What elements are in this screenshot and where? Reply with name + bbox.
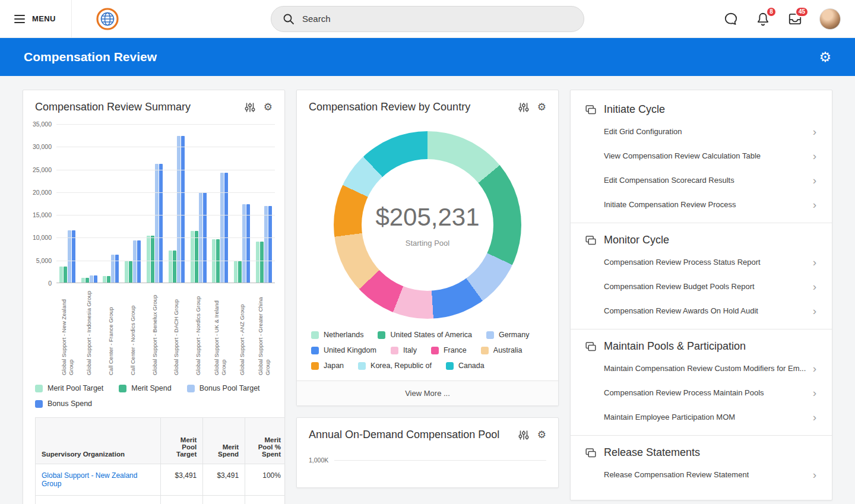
table-header-cell: Merit Pool % Spent [245, 418, 284, 464]
y-axis-tick-label: 25,000 [33, 166, 52, 173]
menu-label: MENU [32, 14, 56, 23]
bar-bonus-spend[interactable] [159, 164, 163, 283]
task-link[interactable]: Edit Grid Configuration› [585, 119, 818, 144]
bar-bonus-pool-target[interactable] [155, 164, 159, 283]
notifications-button[interactable]: 8 [755, 11, 771, 27]
task-link[interactable]: Compensation Review Process Maintain Poo… [585, 381, 818, 405]
global-search[interactable] [271, 6, 584, 32]
task-label: Compensation Review Process Maintain Poo… [604, 388, 764, 397]
task-link[interactable]: Release Compensation Review Statement› [585, 462, 818, 487]
legend-swatch [311, 347, 319, 354]
table-cell: 100% [245, 464, 284, 496]
bar-merit-spend[interactable] [86, 278, 89, 283]
bar-merit-spend[interactable] [173, 251, 176, 283]
bar-merit-spend[interactable] [260, 242, 264, 283]
bar-bonus-pool-target[interactable] [133, 240, 137, 283]
bar-bonus-pool-target[interactable] [264, 206, 268, 283]
legend-swatch [311, 331, 319, 339]
task-section-header: Release Statements [585, 446, 818, 459]
bar-merit-pool-target[interactable] [169, 251, 172, 283]
x-axis-category-label: Global Support - UK & Ireland Group [210, 283, 232, 376]
legend-item: Germany [486, 331, 529, 339]
legend-label: Netherlands [324, 331, 363, 339]
bar-merit-spend[interactable] [129, 261, 132, 283]
task-link[interactable]: Edit Compensation Scorecard Results› [585, 168, 818, 192]
bar-bonus-pool-target[interactable] [90, 275, 93, 283]
bar-merit-pool-target[interactable] [125, 261, 128, 283]
task-section-title: Maintain Pools & Participation [604, 340, 746, 353]
bar-merit-pool-target[interactable] [234, 261, 238, 283]
summary-table: Supervisory OrganizationMerit Pool Targe… [35, 417, 284, 504]
table-cell-org: Global Support - New Zealand Group [36, 464, 161, 496]
task-link[interactable]: Maintain Employee Participation MOM› [585, 405, 818, 429]
task-link[interactable]: Compensation Review Awards On Hold Audit… [585, 299, 818, 323]
y-axis-tick-label: 20,000 [33, 189, 52, 196]
search-icon [282, 12, 295, 26]
legend-item: Bonus Spend [35, 400, 92, 408]
task-link[interactable]: View Compensation Review Calculation Tab… [585, 144, 818, 168]
profile-avatar[interactable] [819, 8, 841, 30]
bar-merit-pool-target[interactable] [147, 236, 150, 283]
divider [71, 0, 72, 38]
card-gear-icon[interactable]: ⚙ [537, 102, 546, 112]
bar-merit-spend[interactable] [151, 236, 154, 283]
bar-bonus-spend[interactable] [268, 206, 272, 283]
bar-bonus-spend[interactable] [137, 240, 141, 283]
legend-label: Australia [493, 346, 522, 354]
legend-item: United States of America [378, 331, 472, 339]
task-link[interactable]: Compensation Review Process Status Repor… [585, 250, 818, 274]
bar-merit-pool-target[interactable] [59, 267, 63, 283]
y-axis-tick-label: 15,000 [33, 211, 52, 218]
card-title: Annual On-Demand Compensation Pool [309, 429, 510, 441]
task-label: Compensation Review Process Status Repor… [604, 258, 761, 267]
task-label: Maintain Compensation Review Custom Modi… [604, 364, 806, 373]
bar-bonus-pool-target[interactable] [111, 255, 115, 283]
card-gear-icon[interactable]: ⚙ [537, 430, 546, 440]
company-logo[interactable] [96, 7, 119, 31]
chart-settings-icon[interactable] [245, 102, 255, 113]
bar-group [122, 124, 144, 283]
search-input[interactable] [302, 14, 573, 24]
bar-group [100, 124, 122, 283]
bar-bonus-spend[interactable] [115, 255, 119, 283]
bar-merit-pool-target[interactable] [103, 276, 106, 283]
donut-center: $205,231 Starting Pool [334, 131, 521, 319]
reports-icon [585, 447, 597, 459]
chat-button[interactable] [723, 11, 739, 27]
bar-bonus-pool-target[interactable] [242, 204, 246, 283]
bar-bonus-spend[interactable] [246, 204, 250, 283]
bar-merit-spend[interactable] [64, 267, 67, 283]
inbox-button[interactable]: 45 [787, 11, 803, 27]
chart-settings-icon[interactable] [518, 102, 529, 113]
legend-label: Bonus Pool Target [200, 384, 260, 392]
page-settings-gear-icon[interactable]: ⚙ [819, 50, 831, 64]
bar-bonus-pool-target[interactable] [220, 173, 224, 283]
task-link[interactable]: Maintain Compensation Review Custom Modi… [585, 356, 818, 381]
bar-group [210, 124, 232, 283]
hamburger-icon [14, 15, 25, 23]
chart-settings-icon[interactable] [518, 430, 529, 440]
supervisory-org-link[interactable]: Global Support - New Zealand Group [42, 471, 137, 488]
bar-bonus-spend[interactable] [224, 173, 228, 283]
gridline [56, 170, 275, 170]
table-header-cell: Merit Pool Target [161, 418, 203, 464]
bar-merit-pool-target[interactable] [81, 278, 85, 283]
bar-merit-pool-target[interactable] [191, 231, 194, 283]
bar-merit-pool-target[interactable] [256, 242, 259, 283]
global-menu-button[interactable]: MENU [14, 14, 56, 23]
task-link[interactable]: Initiate Compensation Review Process› [585, 192, 818, 217]
card-gear-icon[interactable]: ⚙ [264, 102, 273, 112]
bar-bonus-spend[interactable] [94, 275, 97, 283]
bar-merit-spend[interactable] [195, 231, 198, 283]
globe-logo-icon [96, 7, 119, 31]
legend-swatch [358, 362, 366, 370]
legend-label: France [444, 346, 467, 354]
legend-swatch [187, 385, 195, 392]
view-more-button[interactable]: View More ... [297, 381, 558, 405]
bar-merit-spend[interactable] [238, 261, 242, 283]
x-axis-category-label: Global Support - Nordics Group [188, 283, 210, 376]
bar-merit-spend[interactable] [107, 276, 110, 283]
compensation-review-by-country-card: Compensation Review by Country ⚙ [296, 90, 559, 406]
task-link[interactable]: Compensation Review Budget Pools Report› [585, 274, 818, 299]
legend-item: Merit Pool Target [35, 384, 103, 392]
